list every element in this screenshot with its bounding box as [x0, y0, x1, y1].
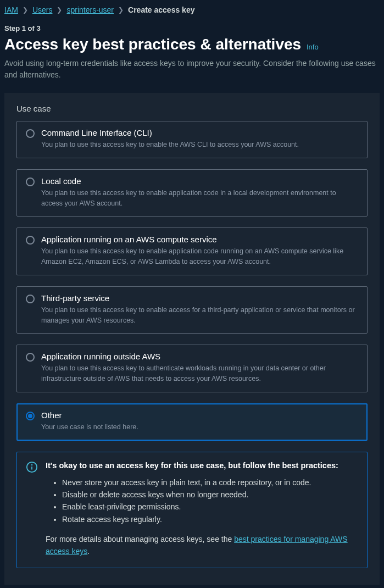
svg-point-2	[32, 464, 32, 465]
option-description: You plan to use this access key to enabl…	[41, 140, 299, 150]
option-description: Your use case is not listed here.	[41, 422, 138, 432]
option-title: Third-party service	[41, 293, 358, 303]
breadcrumb-link-iam[interactable]: IAM	[4, 5, 18, 14]
chevron-right-icon: ❯	[57, 6, 62, 14]
breadcrumb-link-users[interactable]: Users	[32, 5, 53, 14]
radio-icon	[26, 353, 35, 362]
radio-icon	[26, 412, 35, 420]
chevron-right-icon: ❯	[23, 6, 28, 14]
breadcrumb-current: Create access key	[128, 5, 194, 14]
info-bullet: Rotate access keys regularly.	[62, 513, 357, 525]
use-case-option[interactable]: Third-party serviceYou plan to use this …	[16, 286, 368, 334]
section-label: Use case	[16, 104, 368, 113]
chevron-right-icon: ❯	[118, 6, 124, 14]
option-title: Local code	[41, 176, 358, 186]
use-case-option[interactable]: OtherYour use case is not listed here.	[16, 403, 368, 441]
step-indicator: Step 1 of 3	[4, 24, 380, 32]
option-description: You plan to use this access key to enabl…	[41, 305, 358, 326]
info-more-text: For more details about managing access k…	[46, 533, 357, 558]
option-title: Other	[41, 411, 138, 420]
use-case-option[interactable]: Local codeYou plan to use this access ke…	[16, 169, 368, 217]
option-title: Application running outside AWS	[41, 352, 358, 361]
info-bullets: Never store your access key in plain tex…	[62, 476, 357, 526]
radio-icon	[26, 129, 35, 138]
info-bullet: Disable or delete access keys when no lo…	[62, 489, 357, 501]
page-subtitle: Avoid using long-term credentials like a…	[4, 58, 380, 81]
page-title: Access key best practices & alternatives	[4, 36, 301, 53]
info-heading: It's okay to use an access key for this …	[46, 461, 357, 470]
info-bullet: Never store your access key in plain tex…	[62, 476, 357, 489]
use-case-panel: Use case Command Line Interface (CLI)You…	[4, 93, 380, 585]
info-link[interactable]: Info	[307, 43, 319, 51]
info-box: It's okay to use an access key for this …	[16, 452, 368, 568]
breadcrumb-link-username[interactable]: sprinters-user	[66, 5, 114, 14]
option-description: You plan to use this access key to enabl…	[41, 246, 358, 267]
use-case-option[interactable]: Application running on an AWS compute se…	[16, 228, 368, 275]
info-icon	[26, 461, 38, 473]
breadcrumb: IAM ❯ Users ❯ sprinters-user ❯ Create ac…	[4, 5, 380, 14]
option-title: Application running on an AWS compute se…	[41, 235, 358, 244]
radio-icon	[26, 295, 35, 303]
use-case-option[interactable]: Command Line Interface (CLI)You plan to …	[16, 121, 368, 158]
use-case-option[interactable]: Application running outside AWSYou plan …	[16, 345, 368, 392]
info-bullet: Enable least-privilege permissions.	[62, 501, 357, 513]
option-description: You plan to use this access key to enabl…	[41, 188, 358, 209]
option-description: You plan to use this access key to authe…	[41, 363, 358, 384]
radio-icon	[26, 177, 35, 186]
option-title: Command Line Interface (CLI)	[41, 128, 299, 137]
radio-icon	[26, 236, 35, 245]
